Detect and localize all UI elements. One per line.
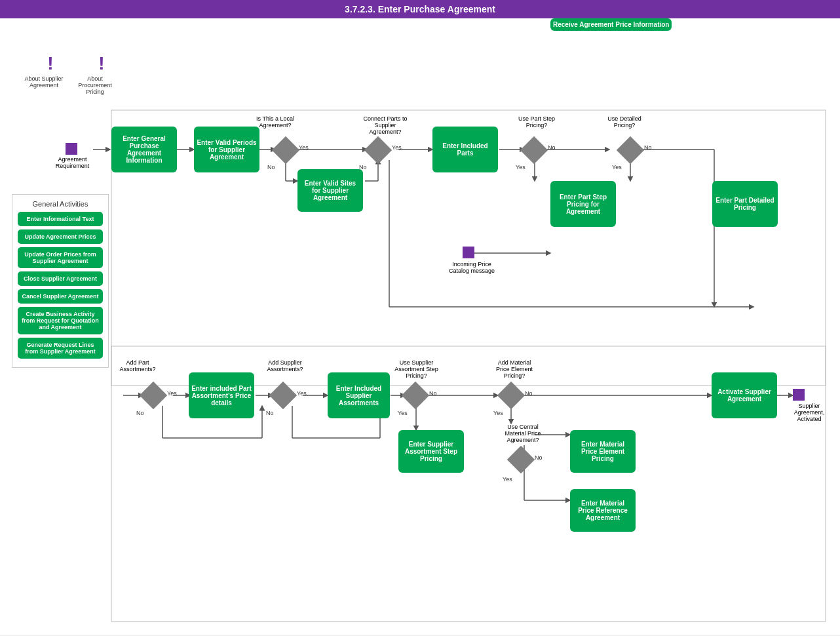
use-detailed-question-label: Use Detailed Pricing? [601, 115, 647, 129]
add-supplier-assortments-diamond [269, 382, 297, 409]
header-title: 3.7.2.3. Enter Purchase Agreement [345, 4, 495, 14]
exclamation-icon-1: ! [34, 54, 67, 73]
enter-part-step-pricing-box[interactable]: Enter Part Step Pricing for Agreement [550, 181, 616, 227]
enter-included-parts-box[interactable]: Enter Included Parts [432, 127, 498, 172]
add-part-assortments-yes-label: Yes [167, 390, 177, 397]
add-part-assortments-no-label: No [136, 410, 144, 416]
use-part-step-no-label: No [548, 144, 556, 151]
cancel-supplier-agreement-btn[interactable]: Cancel Supplier Agreement [18, 289, 103, 304]
sidebar-panel: General Activities Enter Informational T… [12, 194, 109, 368]
create-business-activity-btn[interactable]: Create Business Activity from Request fo… [18, 307, 103, 334]
incoming-price-catalog-label: Incoming Price Catalog message [446, 261, 498, 274]
use-supplier-assortment-step-yes-label: Yes [398, 410, 408, 416]
sidebar-title: General Activities [18, 200, 103, 208]
connect-parts-question-label: Connect Parts to Supplier Agreement? [359, 115, 411, 135]
is-local-no-label: No [267, 164, 275, 170]
use-part-step-yes-label: Yes [516, 164, 525, 170]
use-central-material-label: Use Central Material Price Agreement? [497, 424, 549, 443]
use-detailed-pricing-diamond [617, 136, 644, 164]
add-supplier-assortments-yes-label: Yes [297, 390, 307, 397]
enter-supplier-assortment-step-pricing-box[interactable]: Enter Supplier Assortment Step Pricing [398, 430, 464, 473]
enter-valid-sites-box[interactable]: Enter Valid Sites for Supplier Agreement [297, 169, 363, 212]
use-detailed-no-label: No [644, 144, 652, 151]
add-material-price-no-label: No [525, 390, 533, 397]
enter-part-detailed-pricing-box[interactable]: Enter Part Detailed Pricing [712, 181, 778, 227]
enter-informational-text-btn[interactable]: Enter Informational Text [18, 212, 103, 226]
legend-label-2: About Procurement Pricing [72, 75, 118, 95]
add-material-price-element-label: Add Material Price Element Pricing? [491, 359, 537, 379]
close-supplier-agreement-btn[interactable]: Close Supplier Agreement [18, 271, 103, 286]
incoming-price-catalog-icon [463, 247, 474, 258]
use-part-step-question-label: Use Part Step Pricing? [514, 115, 560, 129]
use-central-material-yes-label: Yes [503, 476, 512, 483]
enter-valid-periods-box[interactable]: Enter Valid Periods for Supplier Agreeme… [194, 127, 259, 172]
generate-request-lines-btn[interactable]: Generate Request Lines from Supplier Agr… [18, 338, 103, 359]
enter-material-price-reference-box[interactable]: Enter Material Price Reference Agreement [570, 489, 636, 532]
add-part-assortments-label: Add Part Assortments? [118, 359, 157, 372]
connect-parts-diamond [364, 136, 392, 164]
agreement-requirement-label: Agreement Requirement [51, 156, 94, 169]
update-order-prices-btn[interactable]: Update Order Prices from Supplier Agreem… [18, 247, 103, 268]
agreement-requirement-icon [66, 143, 77, 155]
enter-included-part-assortment-box[interactable]: Enter included Part Assortment's Price d… [189, 372, 254, 418]
exclamation-icon-2: ! [85, 54, 118, 73]
add-supplier-assortments-no-label: No [266, 410, 274, 416]
about-supplier-agreement-legend[interactable]: ! About Supplier Agreement [34, 54, 67, 89]
use-central-material-diamond [507, 446, 535, 473]
use-supplier-assortment-step-no-label: No [429, 390, 437, 397]
is-local-question-label: Is This a Local Agreement? [249, 115, 301, 129]
page-header: 3.7.2.3. Enter Purchase Agreement [0, 0, 840, 18]
add-material-price-yes-label: Yes [493, 410, 503, 416]
connect-parts-yes-label: Yes [392, 144, 402, 151]
use-supplier-assortment-step-diamond [402, 382, 429, 409]
supplier-agreement-activated-label: Supplier Agreement, Activated [786, 403, 832, 422]
is-local-diamond [272, 136, 299, 164]
enter-included-supplier-assortments-box[interactable]: Enter Included Supplier Assortments [328, 372, 390, 418]
add-supplier-assortments-label: Add Supplier Assortments? [262, 359, 308, 372]
supplier-agreement-activated-icon [793, 389, 805, 401]
update-agreement-prices-btn[interactable]: Update Agreement Prices [18, 229, 103, 244]
connect-parts-no-label: No [359, 164, 367, 170]
add-material-price-element-diamond [497, 382, 525, 409]
use-supplier-assortment-label: Use Supplier Assortment Step Pricing? [392, 359, 441, 379]
use-detailed-yes-label: Yes [612, 164, 622, 170]
receive-agreement-price-box[interactable]: Receive Agreement Price Information [550, 18, 672, 31]
enter-general-box[interactable]: Enter General Purchase Agreement Informa… [111, 127, 177, 172]
use-central-material-no-label: No [535, 454, 543, 461]
add-part-assortments-diamond [140, 382, 167, 409]
legend-label-1: About Supplier Agreement [21, 75, 67, 89]
is-local-yes-label: Yes [299, 144, 309, 151]
use-part-step-diamond [520, 136, 548, 164]
activate-supplier-agreement-box[interactable]: Activate Supplier Agreement [712, 372, 777, 418]
about-procurement-pricing-legend[interactable]: ! About Procurement Pricing [85, 54, 118, 95]
enter-material-price-element-box[interactable]: Enter Material Price Element Pricing [570, 430, 636, 473]
